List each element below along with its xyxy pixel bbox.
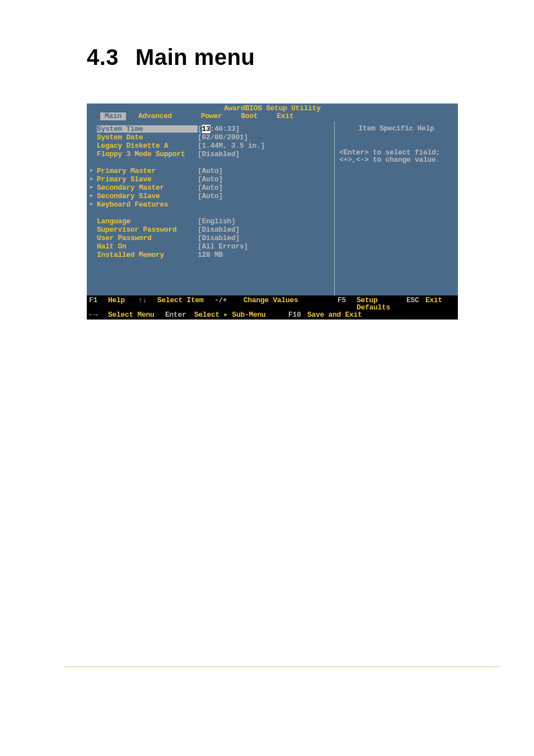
item-language[interactable]: Language [English]: [90, 217, 331, 226]
item-label: User Password: [97, 234, 198, 242]
footer-key-esc: ESC: [406, 297, 425, 311]
footer-label-select-item: Select Item: [157, 297, 214, 311]
item-value: [Auto]: [198, 167, 223, 175]
item-primary-slave[interactable]: ▶ Primary Slave [Auto]: [90, 175, 331, 184]
footer-key-plusminus: -/+: [214, 297, 243, 311]
footer-label-change-values: Change Values: [243, 297, 338, 311]
item-label: System Time: [97, 125, 198, 133]
item-system-time[interactable]: System Time [13:40:33]: [90, 125, 331, 133]
bios-title: AwardBIOS Setup Utility: [87, 104, 458, 112]
item-label: Installed Memory: [97, 251, 198, 259]
item-value: [Disabled]: [198, 151, 240, 158]
footer-key-updown: ↑↓: [138, 297, 157, 311]
footer-label-help: Help: [108, 297, 138, 311]
item-halt-on[interactable]: Halt On [All Errors]: [90, 242, 331, 251]
footer-key-f10: F10: [288, 311, 307, 318]
item-supervisor-password[interactable]: Supervisor Password [Disabled]: [90, 226, 331, 234]
footer-label-exit: Exit: [425, 297, 456, 311]
tab-exit[interactable]: Exit: [275, 112, 301, 120]
footer-key-enter: Enter: [165, 311, 194, 318]
page-heading: 4.3Main menu: [87, 45, 500, 70]
tab-main[interactable]: Main: [100, 112, 126, 120]
item-label: Secondary Slave: [97, 192, 198, 200]
item-label: Legacy Diskette A: [97, 142, 198, 149]
item-value: [1.44M, 3.5 in.]: [198, 142, 265, 149]
item-label: System Date: [97, 134, 198, 141]
item-primary-master[interactable]: ▶ Primary Master [Auto]: [90, 167, 331, 175]
item-keyboard-features[interactable]: ▶ Keyboard Features: [90, 200, 331, 209]
item-installed-memory[interactable]: Installed Memory 128 MB: [90, 251, 331, 259]
help-title: Item Specific Help: [339, 125, 453, 133]
item-value: [13:40:33]: [198, 125, 240, 133]
item-user-password[interactable]: User Password [Disabled]: [90, 234, 331, 242]
tab-power[interactable]: Power: [199, 112, 229, 120]
item-value: [All Errors]: [198, 243, 248, 250]
tab-boot[interactable]: Boot: [239, 112, 265, 120]
item-label: Halt On: [97, 243, 198, 250]
item-value: [Auto]: [198, 184, 223, 191]
submenu-marker-icon: ▶: [90, 168, 97, 173]
item-value: [English]: [198, 218, 236, 225]
item-value: [Disabled]: [198, 234, 240, 242]
item-value: [Auto]: [198, 176, 223, 183]
help-text-line: <+>,<-> to change value.: [339, 156, 453, 163]
item-value: 128 MB: [198, 251, 223, 259]
footer-label-setup-defaults: Setup Defaults: [357, 297, 406, 311]
footer-key-f1: F1: [89, 297, 108, 311]
tab-advanced[interactable]: Advanced: [136, 112, 179, 120]
footer-label-select-menu: Select Menu: [108, 311, 165, 318]
bios-window: AwardBIOS Setup Utility Main Advanced Po…: [87, 104, 458, 320]
item-label: Supervisor Password: [97, 226, 198, 233]
submenu-marker-icon: ▶: [90, 177, 97, 182]
bios-help-panel: Item Specific Help <Enter> to select fie…: [335, 121, 458, 295]
bios-menubar: Main Advanced Power Boot Exit: [87, 112, 458, 121]
footer-key-leftright: ←→: [89, 311, 108, 318]
item-label: Language: [97, 218, 198, 225]
item-legacy-diskette[interactable]: Legacy Diskette A [1.44M, 3.5 in.]: [90, 142, 331, 150]
item-label: Primary Master: [97, 167, 198, 175]
item-secondary-master[interactable]: ▶ Secondary Master [Auto]: [90, 184, 331, 192]
bios-footer: F1 Help ↑↓ Select Item -/+ Change Values…: [87, 295, 458, 320]
bios-main-panel: System Time [13:40:33] System Date [02/0…: [87, 121, 335, 295]
heading-title: Main menu: [135, 45, 255, 69]
item-label: Floppy 3 Mode Support: [97, 151, 198, 158]
item-floppy3[interactable]: Floppy 3 Mode Support [Disabled]: [90, 150, 331, 158]
page-divider: [64, 666, 501, 667]
heading-number: 4.3: [87, 45, 119, 69]
submenu-marker-icon: ▶: [90, 185, 97, 190]
footer-key-f5: F5: [338, 297, 357, 311]
item-system-date[interactable]: System Date [02/00/2001]: [90, 133, 331, 142]
footer-label-submenu: Select ▸ Sub-Menu: [194, 311, 288, 318]
item-value: [Auto]: [198, 192, 223, 200]
footer-label-save-exit: Save and Exit: [307, 311, 456, 318]
submenu-marker-icon: ▶: [90, 194, 97, 199]
item-label: Secondary Master: [97, 184, 198, 191]
item-value: [Disabled]: [198, 226, 240, 233]
submenu-marker-icon: ▶: [90, 202, 97, 207]
item-label: Keyboard Features: [97, 201, 198, 208]
item-value: [02/00/2001]: [198, 134, 248, 141]
item-secondary-slave[interactable]: ▶ Secondary Slave [Auto]: [90, 192, 331, 200]
item-label: Primary Slave: [97, 176, 198, 183]
